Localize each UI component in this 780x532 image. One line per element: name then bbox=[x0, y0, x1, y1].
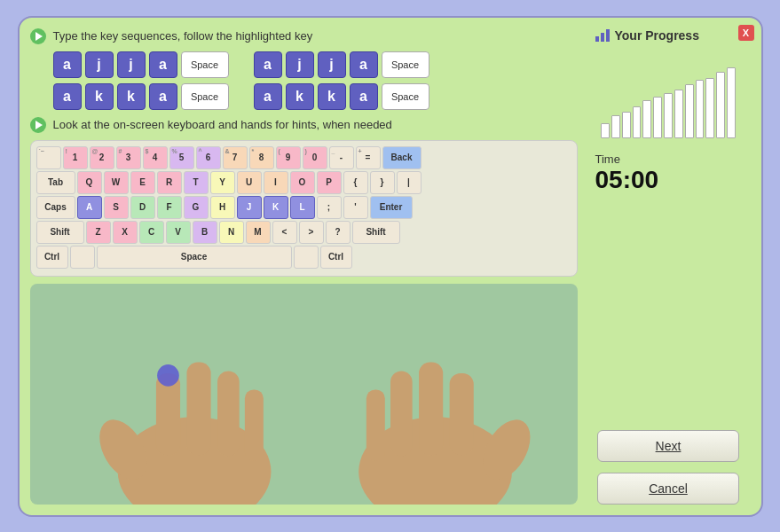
chart-bar bbox=[674, 90, 683, 138]
key-ctrl-l[interactable]: Ctrl bbox=[36, 246, 68, 269]
key-c[interactable]: C bbox=[139, 221, 164, 244]
key-z[interactable]: Z bbox=[86, 221, 111, 244]
key-j1: j bbox=[85, 51, 114, 78]
key-o[interactable]: O bbox=[290, 171, 315, 194]
chart-bar bbox=[622, 112, 631, 137]
key-win-l[interactable] bbox=[70, 246, 95, 269]
key-n[interactable]: N bbox=[219, 221, 244, 244]
key-j3: j bbox=[286, 51, 314, 78]
key-8[interactable]: *8 bbox=[249, 146, 274, 169]
key-tab[interactable]: Tab bbox=[36, 171, 75, 194]
key-minus[interactable]: _- bbox=[329, 146, 354, 169]
key-back[interactable]: Back bbox=[382, 146, 422, 169]
key-t[interactable]: T bbox=[184, 171, 209, 194]
chart-bar bbox=[642, 100, 651, 137]
key-caps[interactable]: Caps bbox=[36, 196, 75, 219]
instruction-1-text: Type the key sequences, follow the highl… bbox=[53, 29, 313, 43]
key-9[interactable]: (9 bbox=[276, 146, 301, 169]
key-quote[interactable]: ' bbox=[343, 196, 368, 219]
key-space[interactable]: Space bbox=[97, 246, 292, 269]
play-icon-1[interactable] bbox=[30, 28, 46, 44]
key-k1: k bbox=[85, 83, 114, 110]
kb-row-2: Tab Q W E R T Y U I O P { } | bbox=[36, 171, 571, 194]
svg-rect-9 bbox=[449, 372, 473, 455]
key-u[interactable]: U bbox=[237, 171, 262, 194]
key-3[interactable]: #3 bbox=[116, 146, 141, 169]
key-7[interactable]: &7 bbox=[223, 146, 248, 169]
kb-row-4: Shift Z X C V B N M < > ? Shift bbox=[36, 221, 571, 244]
key-a-kb[interactable]: A bbox=[77, 196, 102, 219]
play-icon-2[interactable] bbox=[30, 117, 46, 133]
key-shift-r[interactable]: Shift bbox=[352, 221, 400, 244]
key-5[interactable]: %5 bbox=[169, 146, 194, 169]
key-ctrl-r[interactable]: Ctrl bbox=[320, 246, 352, 269]
key-f[interactable]: F bbox=[157, 196, 182, 219]
key-q[interactable]: Q bbox=[77, 171, 102, 194]
key-w[interactable]: W bbox=[104, 171, 129, 194]
key-1[interactable]: !1 bbox=[63, 146, 88, 169]
key-s[interactable]: S bbox=[104, 196, 129, 219]
kb-row-1: `~ !1 @2 #3 $4 %5 ^6 &7 *8 (9 )0 _- += B… bbox=[36, 146, 571, 169]
time-label: Time bbox=[595, 153, 659, 166]
space-key-2: Space bbox=[382, 51, 429, 78]
key-k2: k bbox=[117, 83, 146, 110]
svg-rect-10 bbox=[419, 362, 443, 455]
close-button[interactable]: X bbox=[738, 25, 754, 41]
key-x[interactable]: X bbox=[113, 221, 138, 244]
key-d[interactable]: D bbox=[130, 196, 155, 219]
key-slash[interactable]: ? bbox=[326, 221, 351, 244]
progress-chart bbox=[597, 53, 739, 142]
key-p[interactable]: P bbox=[317, 171, 342, 194]
key-2[interactable]: @2 bbox=[90, 146, 114, 169]
key-comma[interactable]: < bbox=[272, 221, 297, 244]
key-tilde[interactable]: `~ bbox=[36, 146, 61, 169]
key-pipe[interactable]: | bbox=[397, 171, 422, 194]
next-button[interactable]: Next bbox=[597, 430, 739, 462]
key-win-r[interactable] bbox=[294, 246, 319, 269]
chart-bar bbox=[664, 93, 673, 138]
chart-bar bbox=[611, 115, 620, 137]
key-6[interactable]: ^6 bbox=[196, 146, 221, 169]
key-bracket-r[interactable]: } bbox=[370, 171, 395, 194]
chart-bar bbox=[705, 78, 714, 137]
key-i[interactable]: I bbox=[264, 171, 288, 194]
key-h[interactable]: H bbox=[210, 196, 235, 219]
key-v[interactable]: V bbox=[166, 221, 191, 244]
key-a3: a bbox=[254, 51, 282, 78]
key-4[interactable]: $4 bbox=[143, 146, 168, 169]
key-a4: a bbox=[350, 51, 378, 78]
key-enter[interactable]: Enter bbox=[370, 196, 413, 219]
sequence-row-1: a j j a Space a j j a Space bbox=[53, 51, 578, 78]
key-r[interactable]: R bbox=[157, 171, 182, 194]
key-bracket-l[interactable]: { bbox=[343, 171, 368, 194]
key-0[interactable]: )0 bbox=[303, 146, 327, 169]
chart-bar bbox=[601, 123, 610, 138]
key-j4: j bbox=[318, 51, 346, 78]
svg-rect-3 bbox=[186, 362, 210, 455]
key-m[interactable]: M bbox=[246, 221, 271, 244]
cancel-button[interactable]: Cancel bbox=[597, 473, 739, 505]
sequence-row-2: a k k a Space a k k a Space bbox=[53, 83, 578, 110]
instruction-1: Type the key sequences, follow the highl… bbox=[30, 28, 578, 44]
key-j-kb[interactable]: J bbox=[237, 196, 262, 219]
key-k-kb[interactable]: K bbox=[264, 196, 288, 219]
progress-title: Your Progress bbox=[587, 28, 699, 43]
key-sequences: a j j a Space a j j a Space a k k a Spac… bbox=[30, 51, 578, 110]
key-y[interactable]: Y bbox=[210, 171, 235, 194]
key-k3: k bbox=[286, 83, 314, 110]
key-equal[interactable]: += bbox=[356, 146, 381, 169]
chart-bar bbox=[633, 106, 642, 137]
hands-area bbox=[30, 284, 578, 505]
chart-bar bbox=[696, 80, 705, 138]
key-l-kb[interactable]: L bbox=[290, 196, 315, 219]
instruction-2: Look at the on-screen keyboard and hands… bbox=[30, 117, 578, 133]
key-colon[interactable]: ; bbox=[317, 196, 342, 219]
key-g[interactable]: G bbox=[184, 196, 209, 219]
key-b[interactable]: B bbox=[193, 221, 217, 244]
key-shift-l[interactable]: Shift bbox=[36, 221, 84, 244]
key-a5: a bbox=[53, 83, 82, 110]
right-panel: Your Progress Time 05:00 Next Cancel bbox=[587, 28, 751, 505]
key-a8: a bbox=[350, 83, 378, 110]
key-period[interactable]: > bbox=[299, 221, 324, 244]
key-e[interactable]: E bbox=[130, 171, 155, 194]
